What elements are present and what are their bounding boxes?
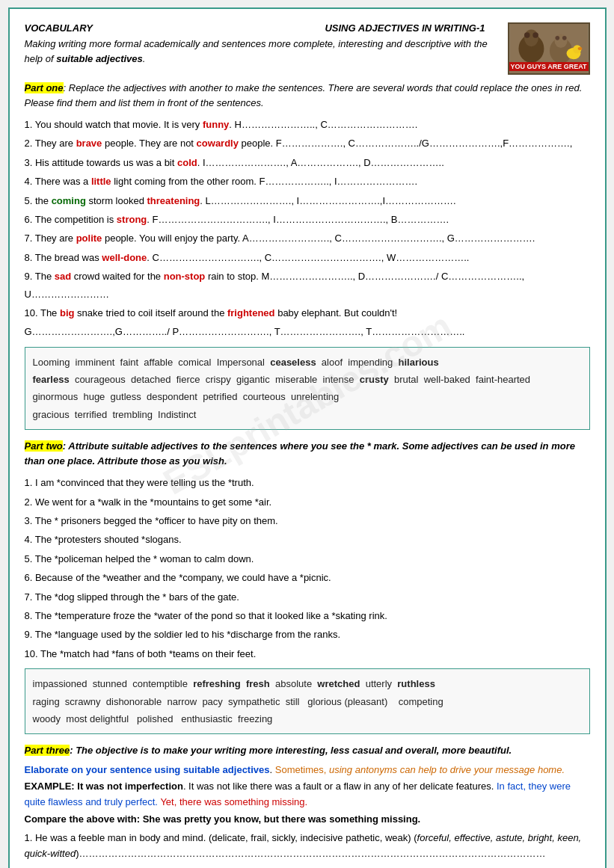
part-one-words: Looming imminent faint affable comical I… — [33, 357, 533, 420]
elaborate-instruction: Elaborate on your sentence using suitabl… — [25, 764, 270, 775]
header-title-row: VOCABULARY USING ADJECTIVES IN WRITING-1 — [25, 22, 500, 34]
p2-s6: 6. Because of the *weather and the *comp… — [25, 569, 590, 586]
p2-s2: 2. We went for a *walk in the *mountains… — [25, 493, 590, 511]
part-one-label: Part one — [25, 82, 64, 93]
svg-point-3 — [524, 32, 530, 38]
animal-image: YOU GUYS ARE GREAT — [508, 22, 590, 75]
sentence-8: 8. The bread was well-done. C………………………….… — [25, 249, 590, 266]
dot-sometimes: . Sometimes, using antonyms can help to … — [270, 764, 565, 775]
intro-text: Making writing more formal academically … — [25, 37, 500, 66]
part-three-instruction: Elaborate on your sentence using suitabl… — [25, 764, 590, 775]
sentence-10: 10. The big snake tried to coil itself a… — [25, 304, 590, 321]
sentence-5: 5. the coming storm looked threatening. … — [25, 192, 590, 209]
p2-s4: 4. The *protesters shouted *slogans. — [25, 531, 590, 548]
p2-s5: 5. The *policeman helped the * woman to … — [25, 550, 590, 567]
part-three-label: Part three — [25, 745, 70, 756]
example-label: EXAMPLE: It was not imperfection — [25, 781, 183, 792]
part-two-label: Part two — [25, 440, 63, 452]
sentence-3: 3. His attitude towards us was a bit col… — [25, 154, 590, 171]
sentence-10b: G…………………….,G…………../ P………………………., T………………… — [25, 323, 590, 340]
sentence-9: 9. The sad crowd waited for the non-stop… — [25, 268, 590, 303]
vocabulary-label: VOCABULARY — [25, 22, 93, 34]
part-two-sentences: 1. I am *convinced that they were tellin… — [25, 474, 590, 662]
part-one-word-box: Looming imminent faint affable comical I… — [25, 347, 590, 431]
svg-point-6 — [554, 34, 567, 48]
p2-s8: 8. The *temperature froze the *water of … — [25, 607, 590, 624]
svg-point-2 — [524, 30, 538, 47]
header-row: VOCABULARY USING ADJECTIVES IN WRITING-1… — [25, 22, 590, 75]
part-one-section: Part one: Replace the adjectives with an… — [25, 81, 590, 430]
part-one-sentences: 1. You should watch that movie. It is ve… — [25, 116, 590, 341]
part-three-heading-text: : The objective is to make your writing … — [70, 745, 512, 756]
example-red: Yet, there was something missing. — [160, 796, 307, 807]
p2-s1: 1. I am *convinced that they were tellin… — [25, 474, 590, 491]
part-two-heading-text: : Attribute suitable adjectives to the s… — [25, 440, 575, 467]
main-title: USING ADJECTIVES IN WRITING-1 — [325, 22, 485, 34]
page: ESLprintables.com VOCABULARY USING ADJEC… — [8, 7, 607, 868]
part-one-heading-text: : Replace the adjectives with another to… — [25, 82, 583, 108]
exercise-1-text: 1. He was a feeble man in body and mind.… — [25, 831, 590, 862]
animal-label: YOU GUYS ARE GREAT — [509, 62, 589, 71]
exercise-1-parens: forceful, effective, astute, bright, kee… — [25, 832, 582, 859]
part-three-heading: Part three: The objective is to make you… — [25, 743, 590, 758]
example-paragraph: EXAMPLE: It was not imperfection. It was… — [25, 779, 590, 810]
part-two-section: Part two: Attribute suitable adjectives … — [25, 439, 590, 734]
svg-point-7 — [555, 36, 559, 40]
compare-text: Compare the above with: She was pretty y… — [25, 813, 590, 825]
p2-s7: 7. The *dog slipped through the * bars o… — [25, 588, 590, 606]
svg-point-11 — [577, 47, 582, 50]
sentence-6: 6. The competition is strong. F………………………… — [25, 211, 590, 228]
intro-sentence: Making writing more formal academically … — [25, 38, 488, 64]
svg-point-4 — [532, 32, 538, 38]
part-two-words: impassioned stunned contemptible refresh… — [33, 678, 443, 724]
p2-s9: 9. The *language used by the soldier led… — [25, 626, 590, 643]
part-one-heading: Part one: Replace the adjectives with an… — [25, 81, 590, 110]
sentence-2: 2. They are brave people. They are not c… — [25, 135, 590, 152]
p2-s10: 10. The *match had *fans of both *teams … — [25, 645, 590, 662]
part-two-word-box: impassioned stunned contemptible refresh… — [25, 668, 590, 734]
exercise-1: 1. He was a feeble man in body and mind.… — [25, 831, 590, 868]
header-text: VOCABULARY USING ADJECTIVES IN WRITING-1… — [25, 22, 500, 70]
part-two-heading: Part two: Attribute suitable adjectives … — [25, 439, 590, 468]
dots-1a — [25, 862, 590, 868]
sentence-7: 7. They are polite people. You will enjo… — [25, 230, 590, 247]
sentence-1: 1. You should watch that movie. It is ve… — [25, 116, 590, 133]
p2-s3: 3. The * prisoners begged the *officer t… — [25, 512, 590, 529]
part-three-section: Part three: The objective is to make you… — [25, 743, 590, 868]
sentence-4: 4. There was a little light coming from … — [25, 173, 590, 190]
svg-point-8 — [562, 36, 566, 40]
